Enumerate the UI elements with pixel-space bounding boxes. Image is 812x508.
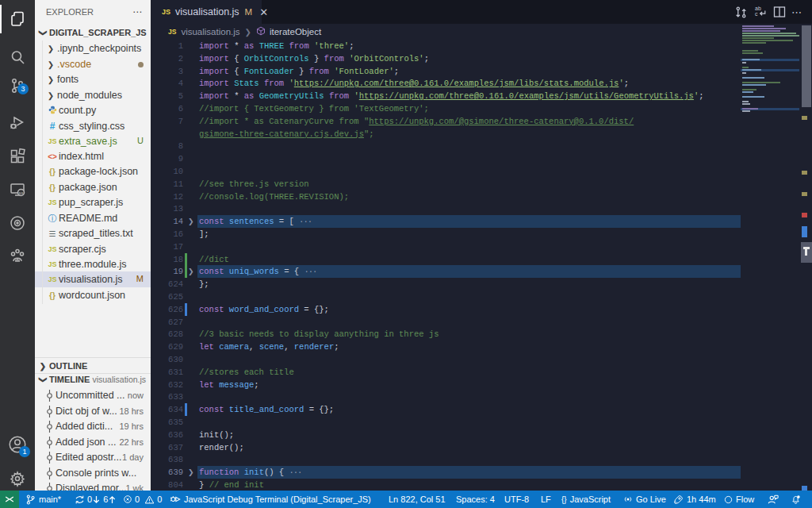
svg-text:c: c — [755, 10, 758, 16]
svg-text:ss: ss — [19, 190, 24, 195]
